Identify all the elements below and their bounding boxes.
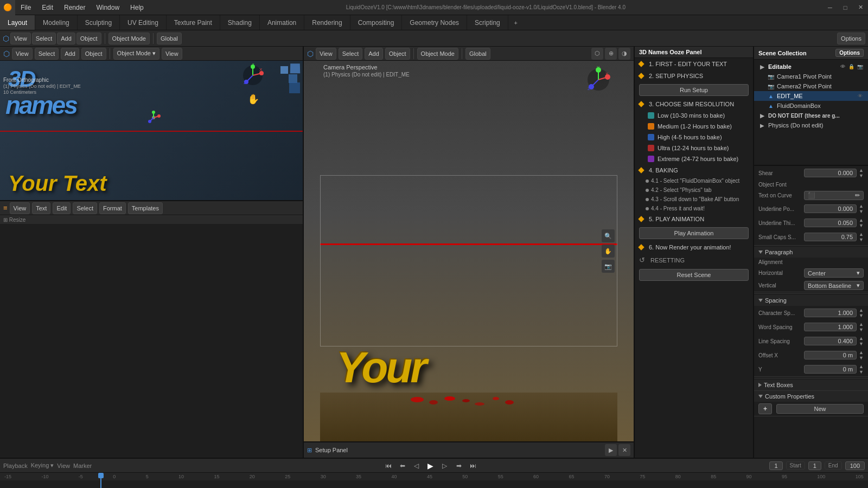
ws-tab-rendering[interactable]: Rendering: [304, 15, 350, 30]
sim-high[interactable]: High (4-5 hours to bake): [635, 132, 753, 143]
sim-medium[interactable]: Medium (1-2 Hours to bake): [635, 121, 753, 132]
offset-x-stepper[interactable]: ▲▼: [859, 350, 864, 361]
ws-tab-layout[interactable]: Layout: [0, 15, 35, 30]
sim-low[interactable]: Low (10-30 mins to bake): [635, 110, 753, 121]
tree-camera2[interactable]: 📷 Camera2 Pivot Point: [754, 81, 868, 91]
te-text-btn[interactable]: Text: [32, 202, 50, 214]
offset-y-stepper[interactable]: ▲▼: [859, 364, 864, 375]
zoom-in-btn[interactable]: 🔍: [602, 229, 615, 242]
jump-end-btn[interactable]: ⏭: [468, 460, 478, 471]
setup-item-3[interactable]: 3. CHOOSE SIM RESOLUTION: [635, 98, 753, 110]
new-custom-prop-button[interactable]: New: [776, 404, 864, 414]
timeline-ruler[interactable]: -15 -10 -5 0 5 10 15 20 25 30 35 40 45 5…: [0, 473, 868, 488]
char-spacing-value[interactable]: 1.000: [804, 309, 857, 317]
setup-item-4[interactable]: 4. BAKING: [635, 164, 753, 176]
prev-keyframe-btn[interactable]: ◁: [411, 460, 422, 471]
ws-tab-scripting[interactable]: Scripting: [467, 15, 508, 30]
preview-add-btn[interactable]: Add: [61, 48, 79, 60]
sim-ultra[interactable]: Ultra (12-24 hours to bake): [635, 143, 753, 153]
ws-tab-geo[interactable]: Geometry Nodes: [402, 15, 467, 30]
ws-tab-compositing[interactable]: Compositing: [350, 15, 403, 30]
current-frame[interactable]: 1: [769, 461, 782, 470]
custom-props-header[interactable]: Custom Properties: [754, 391, 868, 402]
close-button[interactable]: ✕: [853, 0, 868, 15]
word-spacing-value[interactable]: 1.000: [804, 323, 857, 331]
tree-physics[interactable]: ▶ Physics (Do not edit): [754, 120, 868, 130]
small-caps-value[interactable]: 0.75: [804, 233, 857, 241]
viewport-render-mode[interactable]: ◑: [618, 48, 630, 60]
editme-vis[interactable]: 👁: [856, 92, 864, 100]
vp-add-btn[interactable]: Add: [365, 48, 383, 60]
run-setup-button[interactable]: Run Setup: [639, 84, 749, 96]
underline-thi-value[interactable]: 0.050: [804, 219, 857, 227]
ws-tab-uv[interactable]: UV Editing: [120, 15, 167, 30]
resize-handle[interactable]: ⊞ Resize: [0, 215, 303, 224]
options-dropdown[interactable]: Options: [837, 33, 865, 44]
te-select-btn[interactable]: Select: [73, 202, 97, 214]
object-menu[interactable]: Object: [76, 33, 101, 44]
camera-btn[interactable]: 📷: [602, 260, 615, 273]
pan-btn[interactable]: ✋: [602, 245, 615, 258]
setup-item-6[interactable]: 6. Now Render your animation!: [635, 241, 753, 253]
mode-dropdown[interactable]: Object Mode: [108, 33, 150, 44]
global-dropdown[interactable]: Global: [157, 33, 182, 44]
minimize-button[interactable]: ─: [822, 0, 838, 15]
menu-help[interactable]: Help: [125, 0, 149, 15]
offset-x-value[interactable]: 0 m: [804, 351, 857, 359]
ws-tab-modeling[interactable]: Modeling: [35, 15, 78, 30]
vertical-dropdown[interactable]: Bottom Baseline ▾: [804, 281, 864, 290]
ws-tab-sculpting[interactable]: Sculpting: [78, 15, 120, 30]
tree-donotedit[interactable]: ▶ DO NOT EDIT (these are g...: [754, 111, 868, 120]
tree-editable[interactable]: ▶ Editable 👁 🔒 📷: [754, 62, 868, 72]
vp-global-btn[interactable]: Global: [465, 48, 490, 60]
next-frame-btn[interactable]: ➡: [454, 460, 464, 471]
offset-y-value[interactable]: 0 m: [804, 365, 857, 374]
shear-value[interactable]: 0.000: [804, 169, 857, 177]
reset-scene-button[interactable]: Reset Scene: [639, 269, 749, 281]
viewport-overlay-btn[interactable]: ⬡: [591, 48, 603, 60]
char-spacing-stepper[interactable]: ▲▼: [859, 307, 864, 318]
main-viewport[interactable]: ⊕ ✛ ↻ ⤡ ⬛ ✏ 📏 ◻ Camera Perspective (1) P…: [304, 61, 634, 441]
setup-close-btn[interactable]: ✕: [618, 444, 630, 456]
view-menu[interactable]: View: [10, 33, 31, 44]
underline-pos-value[interactable]: 0.000: [804, 204, 857, 213]
shear-stepper[interactable]: ▲▼: [859, 168, 864, 178]
text-boxes-header[interactable]: Text Boxes: [754, 380, 868, 390]
vp-select-btn[interactable]: Select: [339, 48, 363, 60]
render-icon[interactable]: 📷: [856, 63, 864, 70]
viewport-gizmo-btn[interactable]: ⊕: [605, 48, 617, 60]
te-view-btn[interactable]: View: [10, 202, 30, 214]
setup-item-2[interactable]: 2. SETUP PHYSICS: [635, 70, 753, 82]
select-menu[interactable]: Select: [32, 33, 56, 44]
menu-render[interactable]: Render: [59, 0, 91, 15]
vp-object-btn[interactable]: Object: [385, 48, 410, 60]
play-btn[interactable]: ▶: [425, 460, 436, 471]
horizontal-dropdown[interactable]: Center ▾: [804, 268, 864, 278]
te-format-btn[interactable]: Format: [99, 202, 126, 214]
prev-frame-btn[interactable]: ⬅: [397, 460, 408, 471]
restrict-icon[interactable]: 🔒: [847, 63, 855, 70]
preview-view-btn[interactable]: View: [12, 48, 33, 60]
small-caps-stepper[interactable]: ▲▼: [859, 232, 864, 242]
menu-file[interactable]: File: [15, 0, 36, 15]
visibility-icon[interactable]: 👁: [839, 63, 846, 70]
start-frame[interactable]: 1: [808, 461, 821, 470]
maximize-button[interactable]: □: [838, 0, 853, 15]
preview-select-btn[interactable]: Select: [35, 48, 59, 60]
play-animation-button[interactable]: Play Animation: [639, 227, 749, 239]
playhead[interactable]: [100, 473, 101, 488]
ws-tab-shading[interactable]: Shading: [220, 15, 260, 30]
tree-fluiddomain[interactable]: ▲ FluidDomainBox: [754, 101, 868, 111]
setup-item-1[interactable]: 1. FIRST - EDIT YOUR TEXT: [635, 58, 753, 70]
tree-editme[interactable]: ▲ EDIT_ME 👁: [754, 91, 868, 101]
line-spacing-stepper[interactable]: ▲▼: [859, 336, 864, 346]
text-on-curve-value[interactable]: ⬛ ✏: [804, 191, 864, 200]
vp-mode-btn[interactable]: Object Mode: [417, 48, 458, 60]
add-custom-prop-button[interactable]: +: [758, 403, 772, 414]
jump-start-btn[interactable]: ⏮: [383, 460, 394, 471]
underline-pos-stepper[interactable]: ▲▼: [859, 203, 864, 214]
te-edit-btn[interactable]: Edit: [53, 202, 71, 214]
word-spacing-stepper[interactable]: ▲▼: [859, 322, 864, 332]
add-menu[interactable]: Add: [57, 33, 75, 44]
playhead-handle[interactable]: [98, 473, 104, 478]
